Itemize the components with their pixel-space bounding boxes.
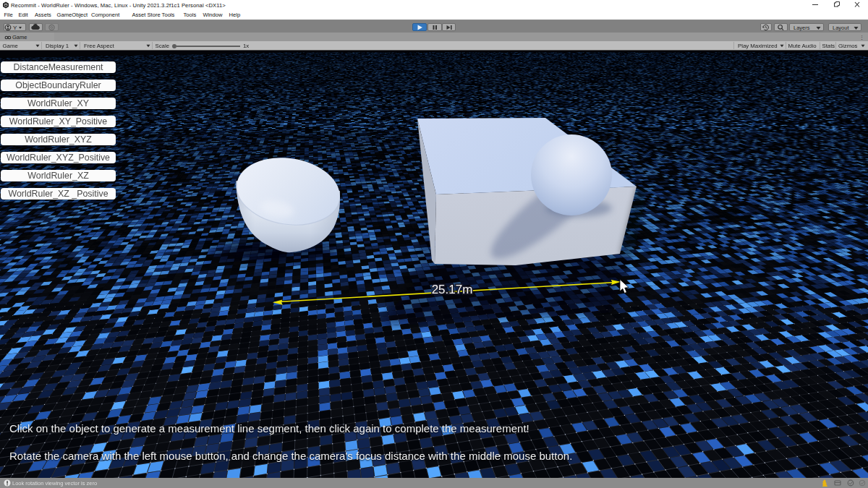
svg-text:Y: Y [13,25,17,31]
svg-text:25.17m: 25.17m [432,283,473,296]
